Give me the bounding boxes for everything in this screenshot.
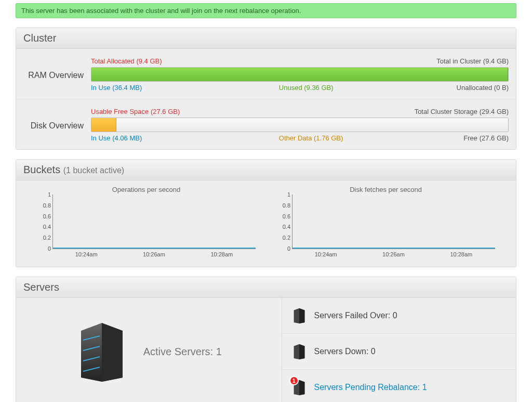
buckets-panel: Buckets (1 bucket active) Operations per… — [16, 159, 516, 267]
cluster-panel: Cluster RAM Overview Total Allocated (9.… — [16, 28, 516, 150]
servers-down-label: Servers Down: 0 — [314, 347, 376, 356]
disk-overview-label: Disk Overview — [23, 107, 91, 142]
chart-fetch-line — [292, 248, 495, 249]
chart-operations-per-second: Operations per second 1 0.8 0.6 0.4 0.2 … — [37, 186, 256, 257]
server-small-icon: 1 — [292, 379, 306, 396]
active-servers-label: Active Servers: 1 — [143, 346, 222, 358]
ram-in-use: In Use (36.4 MB) — [91, 84, 279, 92]
ram-unused: Unused (9.36 GB) — [279, 84, 363, 92]
ram-total-in-cluster: Total in Cluster (9.4 GB) — [436, 57, 509, 65]
servers-panel: Servers — [16, 277, 516, 402]
disk-in-use: In Use (4.06 MB) — [91, 134, 279, 142]
server-small-icon — [292, 343, 306, 360]
svg-marker-11 — [299, 380, 304, 395]
chart-fetch-title: Disk fetches per second — [276, 186, 495, 193]
servers-pending-rebalance-row[interactable]: 1 Servers Pending Rebalance: 1 — [282, 370, 516, 402]
server-large-icon — [76, 320, 128, 383]
svg-marker-9 — [299, 344, 304, 359]
chart-fetch-yticks: 1 0.8 0.6 0.4 0.2 0 — [278, 191, 290, 252]
disk-bar-used-segment — [91, 118, 116, 132]
servers-down-row[interactable]: Servers Down: 0 — [282, 334, 516, 370]
ram-overview-label: RAM Overview — [23, 56, 91, 92]
cluster-header: Cluster — [16, 28, 516, 49]
chart-ops-yticks: 1 0.8 0.6 0.4 0.2 0 — [38, 191, 51, 252]
active-servers-box[interactable]: Active Servers: 1 — [16, 298, 282, 402]
server-small-icon — [292, 307, 306, 324]
ram-unallocated: Unallocated (0 B) — [363, 84, 509, 92]
servers-pending-label: Servers Pending Rebalance: 1 — [314, 383, 427, 392]
buckets-subtitle: (1 bucket active) — [63, 166, 124, 175]
buckets-title: Buckets — [23, 164, 60, 175]
chart-ops-title: Operations per second — [37, 186, 256, 193]
chart-disk-fetches-per-second: Disk fetches per second 1 0.8 0.6 0.4 0.… — [276, 186, 495, 257]
servers-failed-over-label: Servers Failed Over: 0 — [314, 311, 397, 320]
ram-total-allocated: Total Allocated (9.4 GB) — [91, 57, 162, 65]
svg-marker-7 — [299, 308, 304, 323]
buckets-header[interactable]: Buckets (1 bucket active) — [16, 160, 516, 180]
pending-count-badge: 1 — [289, 376, 299, 385]
servers-failed-over-row[interactable]: Servers Failed Over: 0 — [282, 298, 516, 334]
chart-ops-line — [53, 248, 256, 249]
ram-overview-row: RAM Overview Total Allocated (9.4 GB) To… — [16, 49, 516, 99]
ram-usage-bar — [91, 67, 509, 82]
disk-usable-free: Usable Free Space (27.6 GB) — [91, 108, 180, 115]
alert-success: This server has been associated with the… — [16, 3, 516, 18]
svg-marker-1 — [102, 323, 123, 382]
disk-total-storage: Total Cluster Storage (29.4 GB) — [415, 108, 509, 115]
disk-usage-bar — [91, 118, 509, 132]
ram-bar-allocated-segment — [91, 68, 508, 81]
disk-other-data: Other Data (1.76 GB) — [279, 134, 363, 142]
chart-ops-xticks: 10:24am 10:26am 10:28am — [52, 251, 256, 257]
servers-header[interactable]: Servers — [16, 277, 516, 298]
chart-fetch-xticks: 10:24am 10:26am 10:28am — [292, 251, 495, 257]
disk-free: Free (27.6 GB) — [363, 134, 509, 142]
disk-overview-row: Disk Overview Usable Free Space (27.6 GB… — [16, 99, 516, 149]
